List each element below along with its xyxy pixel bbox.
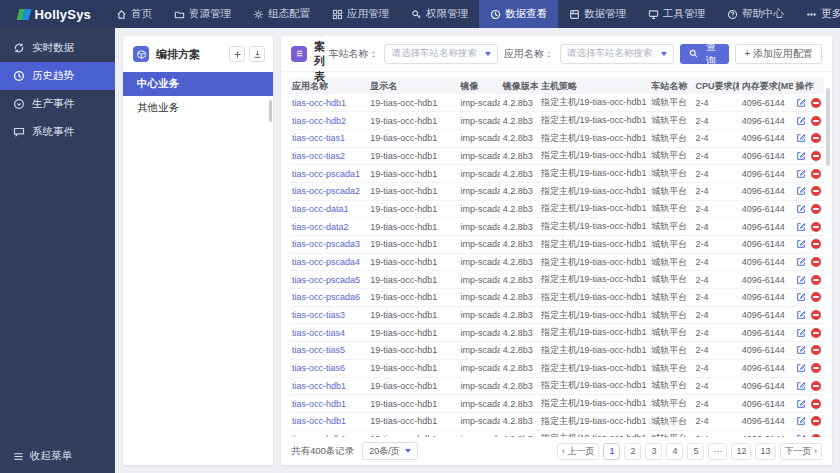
display-name-cell: 19-tias-occ-hdb1 [367,129,457,147]
circle-down-icon [13,98,25,110]
edit-icon[interactable] [796,239,806,249]
edit-icon[interactable] [796,257,806,267]
forbid-icon[interactable] [811,116,821,126]
edit-icon[interactable] [796,328,806,338]
app-name-link[interactable]: tias-occ-hdb1 [289,395,367,413]
forbid-icon[interactable] [811,222,821,232]
forbid-icon[interactable] [811,151,821,161]
plan-list-item[interactable]: 其他业务 [123,96,273,120]
app-name-link[interactable]: tias-occ-tias3 [289,306,367,324]
app-name-link[interactable]: tias-occ-hdb1 [289,94,367,112]
nav-item-data-mgmt[interactable]: 数据管理 [558,0,637,28]
forbid-icon[interactable] [811,239,821,249]
forbid-icon[interactable] [811,257,821,267]
next-page-button[interactable]: 下一页 › [780,443,823,460]
edit-icon[interactable] [796,116,806,126]
app-name-link[interactable]: tias-occ-pscada4 [289,253,367,271]
app-name-link[interactable]: tias-occ-pscada3 [289,236,367,254]
forbid-icon[interactable] [811,345,821,355]
edit-icon[interactable] [796,310,806,320]
app-name-link[interactable]: tias-occ-hdb1 [289,412,367,430]
nav-item-data-view[interactable]: 数据查看 [479,0,558,28]
page-number-button[interactable]: 5 [687,443,704,460]
edit-icon[interactable] [796,98,806,108]
forbid-icon[interactable] [811,381,821,391]
page-number-button[interactable]: ··· [708,443,727,460]
forbid-icon[interactable] [811,292,821,302]
edit-icon[interactable] [796,186,806,196]
image-cell: imp-scada [458,289,500,307]
app-name-link[interactable]: tias-occ-hdb1 [289,377,367,395]
mem-cell: 4096-6144 [739,289,793,307]
nav-item-config[interactable]: 组态配置 [242,0,321,28]
nav-item-app-mgmt[interactable]: 应用管理 [321,0,400,28]
import-plan-button[interactable] [249,46,265,62]
app-name-link[interactable]: tias-occ-pscada2 [289,182,367,200]
app-name-link[interactable]: tias-occ-data1 [289,200,367,218]
search-button[interactable]: 查询 [680,44,730,64]
host-policy-cell: 指定主机/19-tias-occ-hdb1 [538,395,648,413]
page-number-button[interactable]: 2 [624,443,641,460]
add-plan-button[interactable] [229,46,245,62]
nav-item-resource-mgmt[interactable]: 资源管理 [163,0,242,28]
page-number-button[interactable]: 4 [666,443,683,460]
app-name-link[interactable]: tias-occ-pscada6 [289,289,367,307]
station-select[interactable]: 请选择车站名称搜索 [384,44,498,64]
nav-item-home[interactable]: 首页 [105,0,163,28]
sidebar-item-realtime-data[interactable]: 实时数据 [0,34,115,62]
edit-icon[interactable] [796,133,806,143]
app-name-link[interactable]: tias-occ-tias4 [289,324,367,342]
app-name-link[interactable]: tias-occ-tias2 [289,147,367,165]
app-name-link[interactable]: tias-occ-tias6 [289,359,367,377]
forbid-icon[interactable] [811,363,821,373]
app-name-link[interactable]: tias-occ-pscada5 [289,271,367,289]
sidebar-item-production-events[interactable]: 生产事件 [0,90,115,118]
forbid-icon[interactable] [811,204,821,214]
forbid-icon[interactable] [811,416,821,426]
forbid-icon[interactable] [811,328,821,338]
add-app-config-button[interactable]: + 添加应用配置 [735,44,822,64]
page-number-button[interactable]: 1 [603,443,620,460]
edit-icon[interactable] [796,416,806,426]
plans-scrollbar[interactable] [269,100,272,122]
edit-icon[interactable] [796,345,806,355]
edit-icon[interactable] [796,222,806,232]
edit-icon[interactable] [796,204,806,214]
nav-item-more[interactable]: 更多 [795,0,840,28]
forbid-icon[interactable] [811,169,821,179]
app-name-link[interactable]: tias-occ-tias1 [289,129,367,147]
page-size-select[interactable]: 20条/页 [362,442,418,460]
forbid-icon[interactable] [811,133,821,143]
app-name-link[interactable]: tias-occ-hdb2 [289,112,367,130]
page-number-button[interactable]: 3 [645,443,662,460]
app-select[interactable]: 请选择车站名称搜索 [560,44,674,64]
forbid-icon[interactable] [811,186,821,196]
cpu-cell: 2-4 [692,289,738,307]
edit-icon[interactable] [796,169,806,179]
sidebar-item-system-events[interactable]: 系统事件 [0,118,115,146]
collapse-menu-button[interactable]: 收起菜单 [13,449,72,463]
page-number-button[interactable]: 12 [731,443,751,460]
page-number-button[interactable]: 13 [755,443,775,460]
edit-icon[interactable] [796,399,806,409]
forbid-icon[interactable] [811,310,821,320]
table-scrollbar[interactable] [826,88,830,166]
edit-icon[interactable] [796,292,806,302]
edit-icon[interactable] [796,381,806,391]
edit-icon[interactable] [796,363,806,373]
prev-page-button[interactable]: ‹ 上一页 [557,443,600,460]
cpu-cell: 2-4 [692,112,738,130]
nav-item-tool-mgmt[interactable]: 工具管理 [637,0,716,28]
plan-list-item[interactable]: 中心业务 [123,72,273,96]
edit-icon[interactable] [796,151,806,161]
edit-icon[interactable] [796,275,806,285]
forbid-icon[interactable] [811,399,821,409]
app-name-link[interactable]: tias-occ-pscada1 [289,165,367,183]
app-name-link[interactable]: tias-occ-tias5 [289,342,367,360]
nav-item-help-center[interactable]: 帮助中心 [716,0,795,28]
forbid-icon[interactable] [811,98,821,108]
sidebar-item-history-trend[interactable]: 历史趋势 [0,62,115,90]
app-name-link[interactable]: tias-occ-data2 [289,218,367,236]
forbid-icon[interactable] [811,275,821,285]
nav-item-permission-mgmt[interactable]: 权限管理 [400,0,479,28]
